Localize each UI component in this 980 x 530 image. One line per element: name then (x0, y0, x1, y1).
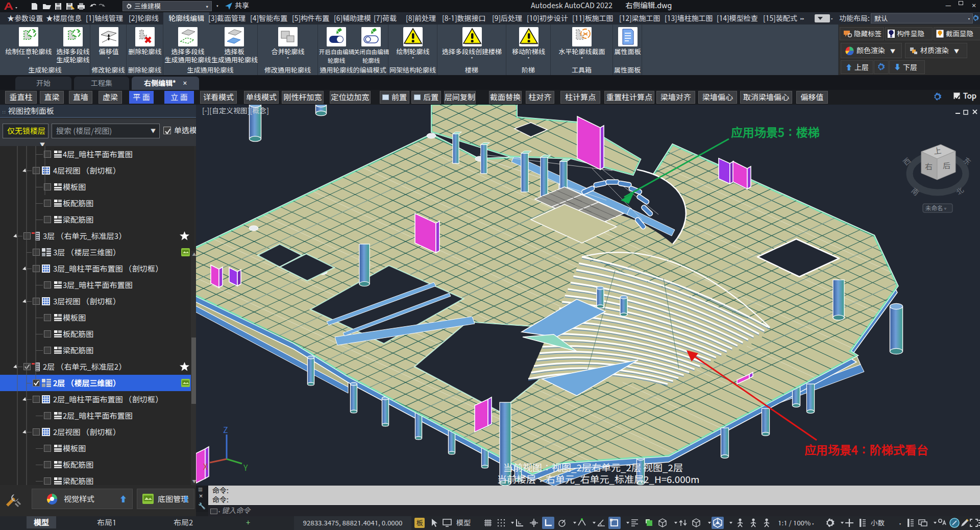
svg-text:Y: Y (243, 463, 248, 472)
svg-text:上: 上 (933, 146, 942, 156)
svg-text:X: X (203, 462, 208, 471)
svg-text:当前视图：视图_2层右单元_2层 视图_2层: 当前视图：视图_2层右单元_2层 视图_2层 (503, 462, 683, 473)
svg-text:后: 后 (943, 161, 950, 170)
svg-text:未命名 ▿: 未命名 ▿ (925, 205, 947, 211)
svg-text:当前楼层：右单元_右单元_标准层2_H=6.000m: 当前楼层：右单元_右单元_标准层2_H=6.000m (497, 474, 699, 485)
svg-text:右: 右 (925, 162, 933, 171)
svg-text:Z: Z (223, 425, 228, 435)
svg-text:应用场景5：楼梯: 应用场景5：楼梯 (731, 126, 820, 139)
svg-text:应用场景4：阶梯式看台: 应用场景4：阶梯式看台 (804, 443, 928, 457)
svg-text:[-][自定义视图][概念]: [-][自定义视图][概念] (202, 106, 269, 115)
